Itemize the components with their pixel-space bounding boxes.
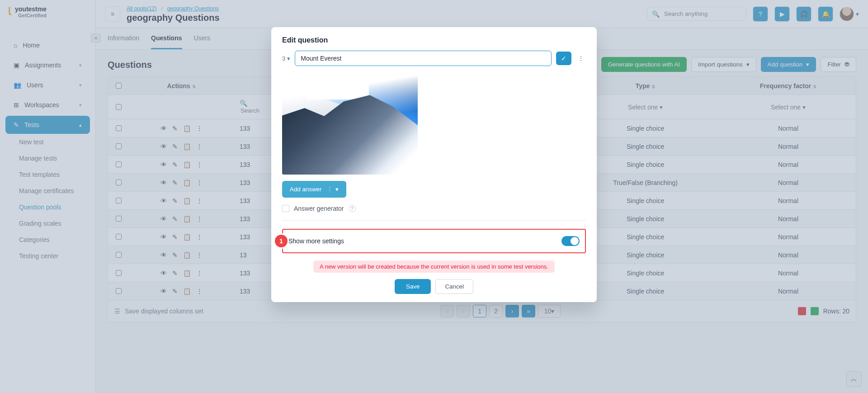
version-warning: A new version will be created because th… bbox=[313, 260, 555, 273]
save-button[interactable]: Save bbox=[395, 279, 431, 294]
answer-index[interactable]: 3 ▾ bbox=[282, 55, 290, 62]
mark-correct-button[interactable]: ✓ bbox=[556, 52, 571, 65]
modal-title: Edit question bbox=[282, 36, 586, 44]
chevron-down-icon: ▾ bbox=[287, 55, 290, 62]
answer-more-button[interactable]: ⋮ bbox=[576, 55, 586, 62]
cancel-button[interactable]: Cancel bbox=[435, 279, 473, 294]
chevron-down-icon: ▾ bbox=[330, 186, 339, 193]
modal-overlay[interactable]: Edit question 3 ▾ Mount Everest ✓ ⋮ Add … bbox=[0, 0, 868, 393]
add-answer-button[interactable]: Add answer ▾ bbox=[282, 181, 346, 198]
question-image[interactable] bbox=[282, 71, 418, 175]
step-badge: 1 bbox=[275, 235, 288, 247]
help-icon[interactable]: ? bbox=[349, 205, 356, 212]
answer-generator-label: Answer generator bbox=[294, 205, 344, 212]
answer-generator-checkbox[interactable] bbox=[282, 205, 289, 212]
show-more-settings-toggle[interactable] bbox=[561, 236, 580, 246]
edit-question-modal: Edit question 3 ▾ Mount Everest ✓ ⋮ Add … bbox=[271, 27, 597, 302]
show-more-settings-label: Show more settings bbox=[288, 237, 344, 245]
answer-text-input[interactable]: Mount Everest bbox=[295, 51, 552, 66]
answer-row: 3 ▾ Mount Everest ✓ ⋮ bbox=[282, 51, 586, 66]
show-more-settings-row: 1 Show more settings bbox=[282, 229, 586, 253]
